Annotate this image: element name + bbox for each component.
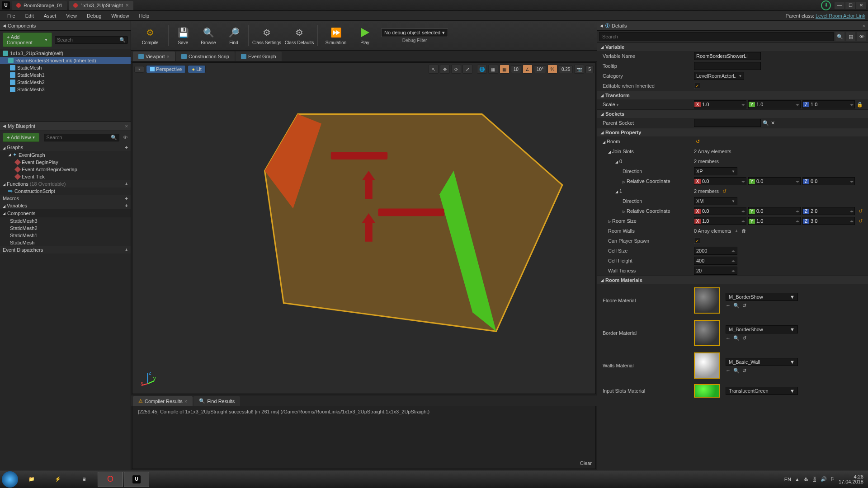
category-combo[interactable]: LevelRoomActorL▼: [694, 72, 744, 80]
direction-combo[interactable]: XP▼: [694, 167, 737, 175]
taskbar-explorer[interactable]: 📁: [19, 472, 44, 487]
save-button[interactable]: 💾Save: [170, 23, 196, 49]
minimize-button[interactable]: —: [835, 2, 844, 9]
component-item[interactable]: StaticMesh2: [0, 79, 131, 86]
event-item[interactable]: Event ActorBeginOverlap: [0, 166, 131, 173]
tray-icon[interactable]: ▲: [795, 477, 800, 482]
class-defaults-button[interactable]: ⚙Class Defaults: [283, 23, 316, 49]
details-search-input[interactable]: [599, 32, 834, 41]
components-search-input[interactable]: [57, 37, 119, 42]
tooltip-input[interactable]: [694, 62, 761, 70]
blueprint-search[interactable]: 🔍: [44, 134, 119, 141]
add-component-button[interactable]: + Add Component ▼: [3, 33, 52, 47]
lock-icon[interactable]: 🔒: [857, 102, 863, 108]
browse-button[interactable]: 🔍Browse: [196, 23, 221, 49]
variable-item[interactable]: StaticMesh3: [0, 217, 131, 225]
translate-mode-icon[interactable]: ✥: [440, 65, 450, 74]
variables-section[interactable]: ◢ Variables+: [0, 202, 131, 209]
category-sockets[interactable]: ◢Sockets: [597, 109, 868, 118]
compile-button[interactable]: ⚙Compile: [134, 23, 166, 49]
direction-combo[interactable]: XM▼: [694, 197, 737, 205]
component-item[interactable]: StaticMesh3: [0, 86, 131, 93]
tray-volume-icon[interactable]: 🔊: [821, 476, 827, 482]
tray-icon[interactable]: 🖧: [803, 477, 808, 482]
category-room-materials[interactable]: ◢Room Materials: [597, 276, 868, 284]
grid-snap-value[interactable]: 10: [511, 66, 521, 73]
category-transform[interactable]: ◢Transform: [597, 91, 868, 99]
tab-compiler-results[interactable]: ⚠Compiler Results×: [133, 396, 193, 406]
reset-icon[interactable]: ↺: [742, 368, 746, 374]
category-room-property[interactable]: ◢Room Property: [597, 128, 868, 136]
components-selected[interactable]: RoomBordersShowerLink (Inherited): [0, 57, 131, 64]
scale-mode-icon[interactable]: ⤢: [462, 65, 472, 74]
coord-y[interactable]: Y◂▸: [748, 207, 801, 215]
grid-snap-toggle[interactable]: ▦: [500, 65, 509, 74]
rotate-mode-icon[interactable]: ⟳: [451, 65, 461, 74]
can-spawn-checkbox[interactable]: ✓: [694, 238, 700, 244]
component-item[interactable]: StaticMesh: [0, 64, 131, 71]
tray-icon[interactable]: 🗄: [812, 477, 817, 482]
variable-item[interactable]: StaticMesh: [0, 239, 131, 246]
play-button[interactable]: Play: [352, 23, 377, 49]
scale-x-input[interactable]: X◂▸: [694, 100, 746, 108]
tab-event-graph[interactable]: Event Graph: [236, 52, 282, 61]
browse-icon[interactable]: 🔍: [733, 303, 740, 309]
size-x[interactable]: X◂▸: [694, 217, 746, 225]
reset-icon[interactable]: ↺: [721, 188, 728, 195]
find-button[interactable]: 🔎Find: [221, 23, 246, 49]
camera-speed-value[interactable]: 5: [585, 66, 594, 73]
taskbar-app[interactable]: ⚡: [45, 472, 71, 487]
dispatchers-section[interactable]: Event Dispatchers+: [0, 246, 131, 253]
close-icon[interactable]: ×: [863, 23, 865, 28]
material-thumbnail[interactable]: [694, 320, 720, 346]
editable-checkbox[interactable]: ✓: [694, 83, 700, 89]
array-index-0[interactable]: ◢ 0: [597, 159, 694, 164]
walls-material-combo[interactable]: M_Basic_Wall▼: [726, 358, 798, 366]
material-thumbnail[interactable]: [694, 384, 720, 398]
graphs-section[interactable]: ◢ Graphs+: [0, 144, 131, 151]
start-button[interactable]: [2, 471, 18, 488]
add-plus-icon[interactable]: +: [125, 247, 128, 253]
input-slots-material-combo[interactable]: TranslucentGreen▼: [726, 387, 798, 395]
close-icon[interactable]: ×: [184, 399, 187, 404]
menu-asset[interactable]: Asset: [39, 12, 61, 19]
world-local-icon[interactable]: 🌐: [477, 65, 487, 74]
perspective-button[interactable]: Perspective: [146, 65, 186, 73]
eventgraph-item[interactable]: ◢✦EventGraph: [0, 151, 131, 159]
reset-icon[interactable]: ↺: [857, 217, 864, 225]
browse-icon[interactable]: 🔍: [733, 335, 740, 341]
coord-y[interactable]: Y◂▸: [748, 177, 801, 185]
scale-z-input[interactable]: Z◂▸: [802, 100, 855, 108]
macros-section[interactable]: Macros+: [0, 195, 131, 202]
coord-z[interactable]: Z◂▸: [802, 207, 855, 215]
menu-edit[interactable]: Edit: [21, 12, 38, 19]
prop-room-label[interactable]: ◢ Room: [597, 139, 694, 144]
reset-icon[interactable]: ↺: [857, 207, 864, 215]
coord-x[interactable]: X◂▸: [694, 177, 746, 185]
menu-window[interactable]: Window: [107, 12, 133, 19]
add-plus-icon[interactable]: +: [125, 145, 128, 150]
prop-join-slots-label[interactable]: ◢ Join Slots: [597, 149, 694, 154]
camera-speed-icon[interactable]: 📷: [574, 65, 584, 74]
panel-arrow-icon[interactable]: ◀: [3, 124, 6, 128]
use-selected-icon[interactable]: ←: [726, 303, 731, 309]
menu-file[interactable]: File: [3, 12, 20, 19]
size-z[interactable]: Z◂▸: [802, 217, 855, 225]
reset-icon[interactable]: ↺: [742, 335, 746, 341]
prop-room-size-label[interactable]: ▷ Room Size: [597, 218, 694, 224]
scale-y-input[interactable]: Y◂▸: [748, 100, 801, 108]
close-icon[interactable]: ×: [126, 2, 129, 9]
add-plus-icon[interactable]: +: [125, 181, 128, 187]
category-variable[interactable]: ◢Variable: [597, 42, 868, 51]
size-y[interactable]: Y◂▸: [748, 217, 801, 225]
search-icon[interactable]: 🔍: [835, 32, 844, 41]
eye-icon[interactable]: 👁: [857, 32, 866, 41]
select-mode-icon[interactable]: ↖: [429, 65, 439, 74]
taskbar-unreal[interactable]: U: [124, 472, 149, 487]
lit-button[interactable]: ●Lit: [188, 65, 205, 73]
close-icon[interactable]: ×: [167, 54, 170, 59]
event-item[interactable]: Event Tick: [0, 173, 131, 180]
doc-tab-roomstorage[interactable]: RoomStorage_01: [12, 1, 67, 10]
material-thumbnail[interactable]: [694, 287, 720, 314]
clear-icon[interactable]: ✕: [771, 120, 775, 126]
